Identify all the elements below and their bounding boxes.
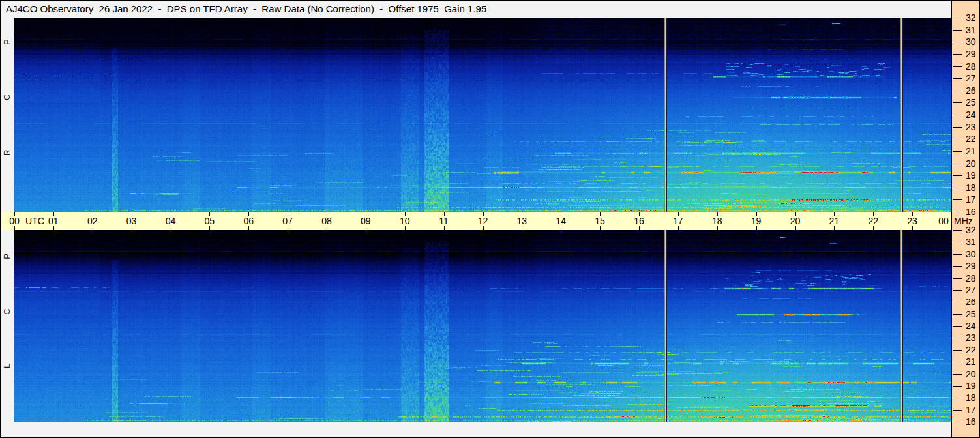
axis-separator-line [951,1,952,437]
freq-tick [953,374,962,375]
freq-label: 24 [966,110,979,120]
hour-label: 01 [48,212,59,230]
freq-label: 25 [966,97,979,108]
hour-label: 14 [556,212,566,230]
freq-label: 17 [966,194,979,205]
freq-label: 19 [966,381,979,391]
hour-label: 11 [439,212,449,230]
hour-label: 10 [400,212,410,230]
freq-label: 23 [966,332,979,343]
freq-label: 28 [966,61,979,72]
freq-label: 27 [966,73,979,83]
freq-tick [953,422,962,422]
freq-label: 31 [966,237,979,247]
freq-label: 21 [966,146,979,156]
freq-label: 16 [966,416,979,427]
freq-tick [953,175,962,176]
hour-label: 05 [205,212,215,230]
freq-label: 29 [966,49,979,59]
freq-label: 23 [966,122,979,132]
hour-label: 22 [868,212,878,230]
freq-tick [953,302,962,302]
freq-label: 24 [966,321,979,331]
freq-tick [953,212,962,212]
freq-label: 27 [966,285,979,295]
freq-label: 18 [966,182,979,193]
freq-tick [953,386,962,387]
hour-label: 17 [673,212,683,230]
freq-tick [953,199,962,200]
time-axis [1,212,951,230]
rcp-polarization-label: R C P [1,51,14,156]
freq-tick [953,164,962,164]
freq-label: 31 [966,25,979,35]
freq-label: 21 [966,357,979,367]
freq-label: 32 [966,225,979,235]
freq-tick [953,151,962,152]
freq-label: 17 [966,405,979,415]
freq-tick [953,230,962,231]
hour-label: 03 [126,212,137,230]
freq-tick [953,398,962,398]
freq-label: 26 [966,85,979,96]
hour-label: 19 [751,212,762,230]
rcp-spectrogram-canvas [14,18,951,212]
bottom-margin [1,422,951,437]
hour-label: 13 [517,212,527,230]
utc-unit-label: UTC [25,212,44,230]
hour-label: 23 [907,212,917,230]
freq-label: 30 [966,249,979,259]
freq-tick [953,362,962,362]
freq-tick [953,410,962,411]
freq-tick [953,188,962,188]
hour-label: 08 [321,212,332,230]
freq-tick [953,278,962,279]
hour-label: 16 [634,212,644,230]
hour-label: 20 [790,212,801,230]
hour-label: 15 [595,212,605,230]
hour-label: 18 [712,212,722,230]
hour-tick [951,212,952,216]
freq-tick [953,54,962,55]
freq-tick [953,18,962,18]
hour-label: 00 [938,212,949,230]
lcp-polarization-label: L C P [1,264,14,368]
freq-label: 20 [966,369,979,379]
freq-tick [953,66,962,67]
freq-tick [953,350,962,351]
freq-label: 19 [966,170,979,181]
freq-tick [953,42,962,42]
hour-label: 00 [9,212,20,230]
freq-tick [953,242,962,242]
freq-tick [953,139,962,139]
lcp-spectrogram-canvas [14,230,951,422]
hour-label: 09 [361,212,371,230]
page-title: AJ4CO Observatory 26 Jan 2022 - DPS on T… [6,1,486,17]
freq-tick [953,290,962,291]
hour-label: 07 [282,212,293,230]
freq-tick [953,102,962,103]
freq-tick [953,91,962,91]
freq-label: 30 [966,36,979,47]
hour-label: 02 [87,212,98,230]
hour-tick [951,226,952,230]
freq-tick [953,127,962,128]
freq-tick [953,266,962,267]
freq-label: 16 [966,207,979,217]
freq-label: 20 [966,158,979,169]
freq-tick [953,338,962,338]
hour-label: 06 [243,212,254,230]
freq-label: 26 [966,297,979,307]
freq-label: 29 [966,261,979,271]
spectrograph-window: AJ4CO Observatory 26 Jan 2022 - DPS on T… [0,0,980,438]
freq-tick [953,254,962,255]
freq-label: 22 [966,345,979,355]
freq-label: 28 [966,273,979,284]
freq-label: 25 [966,309,979,319]
hour-label: 12 [478,212,488,230]
hour-label: 21 [829,212,840,230]
freq-tick [953,78,962,79]
freq-tick [953,115,962,115]
freq-tick [953,314,962,315]
freq-tick [953,30,962,31]
